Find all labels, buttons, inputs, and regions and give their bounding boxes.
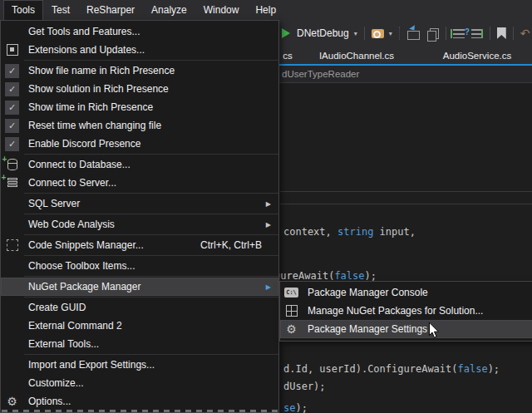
solution-sync-button[interactable]: ▾ (372, 29, 392, 38)
checkmark-cell: ✓ (1, 119, 23, 133)
run-button[interactable] (282, 28, 290, 38)
menu-item-label: Show file name in Rich Presence (28, 65, 175, 76)
menu-item-connect-to-server[interactable]: +Connect to Server... (1, 174, 278, 192)
menu-item-label: SQL Server (28, 198, 80, 209)
menu-item-label: NuGet Package Manager (28, 281, 140, 293)
menu-item-shortcut: Ctrl+K, Ctrl+B (200, 239, 272, 251)
menu-item-external-tools[interactable]: External Tools... (1, 335, 278, 353)
menu-item-get-tools-and-features[interactable]: Get Tools and Features... (1, 22, 278, 41)
icon-cell (1, 44, 23, 56)
chevron-down-icon: ▾ (389, 30, 392, 37)
gear-icon: ⚙ (286, 323, 297, 335)
menu-item-label: Extensions and Updates... (28, 44, 145, 56)
menu-item-sql-server[interactable]: SQL Server▶ (1, 194, 278, 213)
nuget-submenu: C:\Package Manager ConsoleManage NuGet P… (279, 281, 532, 342)
solution-sync-icon (372, 29, 384, 38)
icon-cell: + (1, 159, 23, 170)
check-icon: ✓ (5, 137, 19, 151)
icon-cell (1, 239, 23, 251)
icon-cell: + (1, 178, 23, 189)
menu-item-create-guid[interactable]: Create GUID (1, 298, 278, 317)
menu-item-label: Package Manager Console (308, 287, 428, 298)
run-config-dropdown[interactable]: DNetDebug▾ (297, 27, 357, 39)
database-icon: + (7, 159, 17, 170)
tab-audioservice-cs[interactable]: AudioService.cs (424, 47, 530, 64)
mouse-cursor (428, 322, 440, 339)
menu-item-label: Web Code Analysis (28, 219, 115, 230)
menubar-item-window[interactable]: Window (195, 0, 248, 20)
code-line: dUser); (283, 381, 326, 392)
add-badge-icon: + (2, 155, 7, 164)
menu-bar: ToolsTestReSharperAnalyzeWindowHelp (0, 0, 532, 20)
toolbar-separator (364, 27, 365, 40)
menubar-item-analyze[interactable]: Analyze (143, 0, 195, 20)
toolbar-separator (513, 27, 514, 40)
submenu-arrow-icon: ▶ (266, 283, 271, 291)
menubar-item-resharper[interactable]: ReSharper (78, 0, 143, 20)
menu-item-label: Customize... (28, 377, 84, 389)
checkmark-cell: ✓ (1, 82, 23, 96)
menu-item-choose-toolbox-items[interactable]: Choose Toolbox Items... (1, 257, 278, 275)
icon-cell: ⚙ (280, 323, 303, 335)
menu-item-show-time-in-rich-presence[interactable]: ✓Show time in Rich Presence (1, 98, 278, 116)
menu-item-label: Reset time when changing file (28, 120, 161, 131)
tools-menu: Get Tools and Features...Extensions and … (0, 20, 279, 413)
tab-iaudiochannel-cs[interactable]: IAudioChannel.cs (302, 47, 411, 64)
format-indent-button[interactable] (453, 29, 465, 38)
menu-item-show-file-name-in-rich-presence[interactable]: ✓Show file name in Rich Presence (1, 61, 278, 80)
menu-item-reset-time-when-changing-file[interactable]: ✓Reset time when changing file (1, 116, 278, 135)
toolbar-separator (399, 27, 401, 40)
menubar-item-test[interactable]: Test (43, 0, 78, 20)
code-line: context, string input, (283, 226, 416, 238)
check-icon: ✓ (5, 64, 19, 78)
menu-item-package-manager-console[interactable]: C:\Package Manager Console (280, 283, 532, 302)
checkmark-cell: ✓ (1, 64, 23, 78)
menu-item-extensions-and-updates[interactable]: Extensions and Updates... (1, 41, 278, 59)
check-icon: ✓ (5, 101, 19, 115)
menu-item-label: External Tools... (28, 338, 99, 350)
add-badge-icon: + (2, 173, 7, 182)
copy-lines-icon (430, 28, 439, 39)
nuget-icon (286, 305, 298, 317)
checkmark-cell: ✓ (1, 101, 23, 115)
menu-item-label: External Command 2 (28, 320, 122, 332)
menu-item-enable-discord-presence[interactable]: ✓Enable Discord Presence (1, 135, 278, 153)
menubar-item-tools[interactable]: Tools (3, 0, 43, 20)
bookmark-button[interactable] (497, 27, 506, 39)
menu-item-web-code-analysis[interactable]: Web Code Analysis▶ (1, 215, 278, 234)
format-indent-q-button[interactable] (471, 29, 483, 38)
menu-item-options[interactable]: ⚙Options... (1, 392, 278, 411)
menu-item-show-solution-in-rich-presence[interactable]: ✓Show solution in Rich Presence (1, 80, 278, 98)
tab-cs[interactable]: cs (278, 47, 298, 64)
format-indent-q-icon (471, 29, 483, 38)
menu-item-label: Get Tools and Features... (28, 26, 140, 37)
menu-clipped-edge (2, 410, 278, 412)
menu-item-label: Import and Export Settings... (28, 359, 155, 371)
menu-item-customize[interactable]: Customize... (1, 374, 278, 392)
code-line: se); (283, 402, 308, 413)
menu-item-package-manager-settings[interactable]: ⚙Package Manager Settings (280, 320, 532, 338)
gear-icon: ⚙ (7, 396, 17, 407)
menu-item-label: Options... (28, 396, 71, 407)
bookmark-icon (497, 27, 506, 39)
menu-item-connect-to-database[interactable]: +Connect to Database... (1, 155, 278, 174)
menu-item-import-and-export-settings[interactable]: Import and Export Settings... (1, 356, 278, 374)
icon-cell (280, 305, 303, 317)
menu-item-nuget-package-manager[interactable]: NuGet Package Manager▶ (1, 278, 278, 296)
copy-lines-button[interactable] (426, 28, 439, 39)
submenu-arrow-icon: ▶ (266, 200, 271, 208)
navigate-to-button[interactable] (407, 27, 420, 40)
menu-item-manage-nuget-packages-for-solution[interactable]: Manage NuGet Packages for Solution... (280, 302, 532, 320)
menu-item-label: Create GUID (28, 302, 86, 313)
undo-button[interactable]: ↶ (520, 27, 530, 39)
menubar-item-help[interactable]: Help (247, 0, 284, 20)
menu-item-label: Enable Discord Presence (28, 138, 140, 150)
console-icon: C:\ (284, 288, 298, 297)
menu-item-label: Package Manager Settings (308, 323, 427, 335)
menu-item-external-command-2[interactable]: External Command 2 (1, 317, 278, 335)
menu-item-code-snippets-manager[interactable]: Code Snippets Manager...Ctrl+K, Ctrl+B (1, 236, 278, 254)
chevron-down-icon: ▾ (354, 30, 357, 37)
run-config-label: DNetDebug (297, 27, 349, 39)
navigate-to-icon (407, 31, 420, 40)
menu-item-label: Manage NuGet Packages for Solution... (308, 305, 483, 317)
